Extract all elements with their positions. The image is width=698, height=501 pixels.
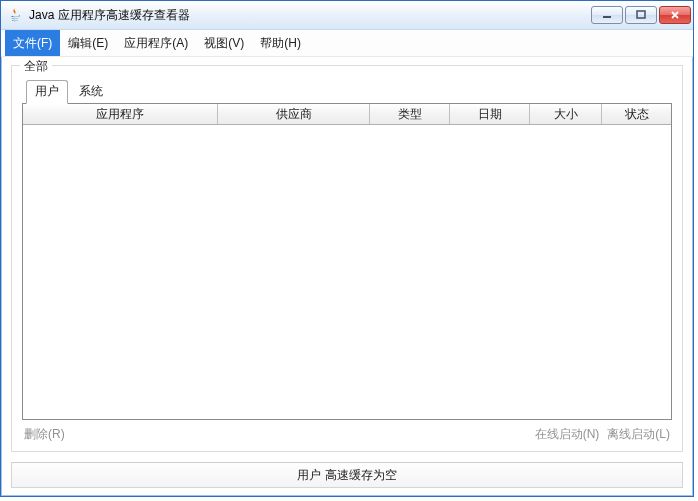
status-text: 用户 高速缓存为空 <box>297 467 396 484</box>
menu-bar: 文件(F) 编辑(E) 应用程序(A) 视图(V) 帮助(H) <box>1 30 693 57</box>
status-bar: 用户 高速缓存为空 <box>11 462 683 488</box>
all-groupbox: 全部 用户 系统 应用程序 供应商 类型 日期 大小 状态 删除(R) <box>11 65 683 452</box>
delete-button[interactable]: 删除(R) <box>24 426 65 443</box>
menu-help[interactable]: 帮助(H) <box>252 30 309 56</box>
minimize-button[interactable] <box>591 6 623 24</box>
online-launch-button[interactable]: 在线启动(N) <box>535 426 600 443</box>
menu-edit[interactable]: 编辑(E) <box>60 30 116 56</box>
column-type[interactable]: 类型 <box>370 104 450 124</box>
column-vendor[interactable]: 供应商 <box>218 104 370 124</box>
column-status[interactable]: 状态 <box>602 104 671 124</box>
offline-launch-button[interactable]: 离线启动(L) <box>607 426 670 443</box>
title-bar: Java 应用程序高速缓存查看器 <box>1 1 693 30</box>
window: Java 应用程序高速缓存查看器 文件(F) 编辑(E) 应用程序(A) 视图(… <box>0 0 694 497</box>
menu-application[interactable]: 应用程序(A) <box>116 30 196 56</box>
tab-strip: 用户 系统 <box>22 80 672 104</box>
menu-view[interactable]: 视图(V) <box>196 30 252 56</box>
java-icon <box>7 7 23 23</box>
svg-rect-1 <box>637 11 645 18</box>
action-row: 删除(R) 在线启动(N) 离线启动(L) <box>22 420 672 443</box>
maximize-button[interactable] <box>625 6 657 24</box>
close-button[interactable] <box>659 6 691 24</box>
svg-rect-0 <box>603 16 611 18</box>
tab-system[interactable]: 系统 <box>70 80 112 104</box>
window-title: Java 应用程序高速缓存查看器 <box>29 7 591 24</box>
table-body[interactable] <box>23 125 671 419</box>
groupbox-label: 全部 <box>20 58 52 75</box>
column-date[interactable]: 日期 <box>450 104 530 124</box>
column-application[interactable]: 应用程序 <box>23 104 218 124</box>
column-size[interactable]: 大小 <box>530 104 602 124</box>
content-area: 全部 用户 系统 应用程序 供应商 类型 日期 大小 状态 删除(R) <box>1 57 693 458</box>
cache-table: 应用程序 供应商 类型 日期 大小 状态 <box>22 103 672 420</box>
tab-user[interactable]: 用户 <box>26 80 68 104</box>
table-header: 应用程序 供应商 类型 日期 大小 状态 <box>23 104 671 125</box>
window-buttons <box>591 6 691 24</box>
menu-file[interactable]: 文件(F) <box>5 30 60 56</box>
